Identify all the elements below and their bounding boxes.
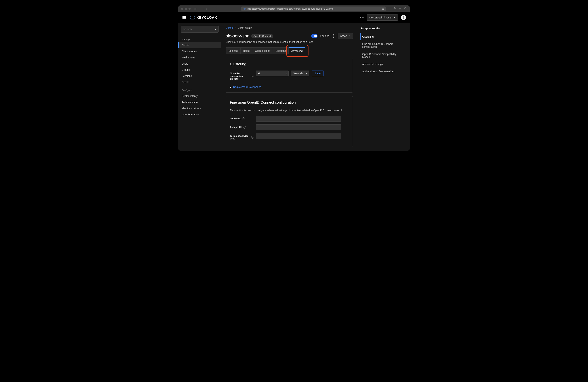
tab-client-scopes[interactable]: Client scopes — [252, 47, 273, 54]
sidebar-item-users[interactable]: Users — [178, 61, 221, 67]
help-icon[interactable]: ? — [242, 117, 245, 120]
sidebar-item-sessions[interactable]: Sessions — [178, 73, 221, 79]
refresh-icon[interactable] — [382, 8, 384, 10]
caret-down-icon: ▼ — [214, 28, 216, 30]
sidebar: sio-serv ▼ Manage ClientsClient scopesRe… — [178, 23, 221, 151]
app-logo[interactable]: KEYCLOAK — [190, 15, 217, 20]
browser-window: ⌄ ‹ › localhost:8080/admin/master/consol… — [178, 5, 410, 151]
jump-item-authentication-flow-overrides[interactable]: Authentication flow overrides — [360, 68, 406, 75]
user-dropdown[interactable]: sio-serv-admin-user ▼ — [367, 15, 398, 21]
save-button[interactable]: Save — [312, 71, 324, 76]
realm-selector[interactable]: sio-serv ▼ — [181, 26, 219, 33]
url-text: localhost:8080/admin/master/console/#/si… — [247, 8, 333, 10]
tabs-overview-icon[interactable] — [404, 7, 407, 10]
sidebar-section-configure: Configure — [178, 87, 221, 93]
browser-titlebar: ⌄ ‹ › localhost:8080/admin/master/consol… — [178, 5, 410, 12]
help-icon[interactable]: ? — [332, 34, 335, 38]
caret-down-icon: ▼ — [306, 73, 307, 74]
help-icon[interactable]: ? — [360, 16, 364, 19]
chevron-right-icon: ▶ — [230, 86, 231, 88]
oidc-panel: Fine grain OpenID Connect configuration … — [226, 96, 353, 147]
avatar[interactable] — [401, 15, 406, 20]
app-header: KEYCLOAK ? sio-serv-admin-user ▼ — [178, 12, 410, 23]
keycloak-logo-icon — [190, 15, 195, 20]
node-rereg-input[interactable] — [256, 71, 289, 76]
protocol-badge: OpenID Connect — [251, 34, 273, 38]
sidebar-item-events[interactable]: Events — [178, 79, 221, 85]
clustering-panel: Clustering Node Re-registration timeout … — [226, 58, 353, 93]
new-tab-icon[interactable]: + — [399, 7, 401, 11]
sidebar-item-groups[interactable]: Groups — [178, 67, 221, 73]
traffic-lights[interactable] — [181, 8, 191, 10]
back-button[interactable]: ‹ — [201, 7, 205, 11]
number-stepper[interactable]: ▲▼ — [285, 72, 287, 75]
breadcrumb-parent[interactable]: Clients — [226, 26, 233, 29]
sidebar-item-realm-roles[interactable]: Realm roles — [178, 55, 221, 61]
jump-item-advanced-settings[interactable]: Advanced settings — [360, 61, 406, 68]
breadcrumb: Clients › Client details — [226, 26, 353, 29]
zoom-dot[interactable] — [189, 8, 191, 10]
tos-url-input[interactable] — [256, 133, 341, 139]
share-icon[interactable] — [393, 7, 396, 10]
shield-icon — [243, 7, 246, 10]
policy-url-label: Policy URL ? — [230, 124, 253, 129]
breadcrumb-current: Client details — [238, 26, 252, 29]
page-subtitle: Clients are applications and services th… — [226, 40, 353, 43]
sidebar-item-authentication[interactable]: Authentication — [178, 99, 221, 105]
jump-item-openid-connect-compatibility-modes[interactable]: OpenID Connect Compatibility Modes — [360, 50, 406, 61]
jump-item-fine-grain-openid-connect-configuration[interactable]: Fine grain OpenID Connect configuration — [360, 40, 406, 50]
tab-settings[interactable]: Settings — [226, 47, 240, 54]
sidebar-section-manage: Manage — [178, 37, 221, 42]
main-content: Clients › Client details sio-serv-spa Op… — [221, 23, 357, 151]
sidebar-item-realm-settings[interactable]: Realm settings — [178, 93, 221, 99]
node-rereg-label: Node Re-registration timeout ? — [230, 71, 253, 80]
svg-point-5 — [403, 16, 404, 18]
svg-rect-0 — [194, 8, 197, 10]
sidebar-item-clients[interactable]: Clients — [178, 42, 221, 48]
forward-button: › — [205, 7, 209, 11]
jump-item-clustering[interactable]: Clustering — [360, 33, 406, 40]
sidebar-item-client-scopes[interactable]: Client scopes — [178, 48, 221, 55]
sidebar-toggle-icon[interactable] — [194, 7, 197, 11]
caret-down-icon: ▼ — [394, 17, 395, 19]
jump-title: Jump to section — [360, 27, 406, 30]
oidc-description: This section is used to configure advanc… — [230, 109, 349, 112]
sidebar-item-identity-providers[interactable]: Identity providers — [178, 105, 221, 112]
tos-url-label: Terms of service URL ? — [230, 133, 253, 140]
help-icon[interactable]: ? — [244, 126, 246, 129]
tab-advanced[interactable]: Advanced — [289, 47, 305, 54]
tab-bar: SettingsRolesClient scopesSessionsAdvanc… — [226, 47, 353, 54]
registered-nodes-expand[interactable]: ▶ Registered cluster nodes — [230, 86, 349, 88]
svg-marker-4 — [190, 16, 195, 19]
tab-roles[interactable]: Roles — [240, 47, 252, 54]
action-dropdown[interactable]: Action ▼ — [338, 33, 353, 39]
page-title: sio-serv-spa — [226, 34, 250, 38]
minimize-dot[interactable] — [185, 8, 187, 10]
close-dot[interactable] — [181, 8, 183, 10]
help-icon[interactable]: ? — [252, 75, 253, 77]
time-unit-select[interactable]: Seconds ▼ — [291, 71, 309, 76]
hamburger-icon[interactable] — [182, 15, 186, 20]
help-icon[interactable]: ? — [251, 136, 253, 138]
chevron-right-icon: › — [235, 27, 236, 29]
enabled-toggle[interactable] — [311, 34, 317, 38]
chevron-down-icon[interactable]: ⌄ — [200, 8, 201, 10]
clustering-heading: Clustering — [230, 62, 349, 66]
caret-down-icon: ▼ — [349, 35, 351, 37]
jump-to-section-panel: Jump to section ClusteringFine grain Ope… — [357, 23, 410, 151]
url-bar[interactable]: localhost:8080/admin/master/console/#/si… — [241, 6, 386, 11]
logo-url-input[interactable] — [256, 116, 341, 122]
enabled-label: Enabled — [320, 35, 329, 38]
logo-url-label: Logo URL ? — [230, 116, 253, 120]
oidc-heading: Fine grain OpenID Connect configuration — [230, 100, 349, 105]
tab-sessions[interactable]: Sessions — [273, 47, 289, 54]
sidebar-item-user-federation[interactable]: User federation — [178, 112, 221, 117]
policy-url-input[interactable] — [256, 124, 341, 130]
